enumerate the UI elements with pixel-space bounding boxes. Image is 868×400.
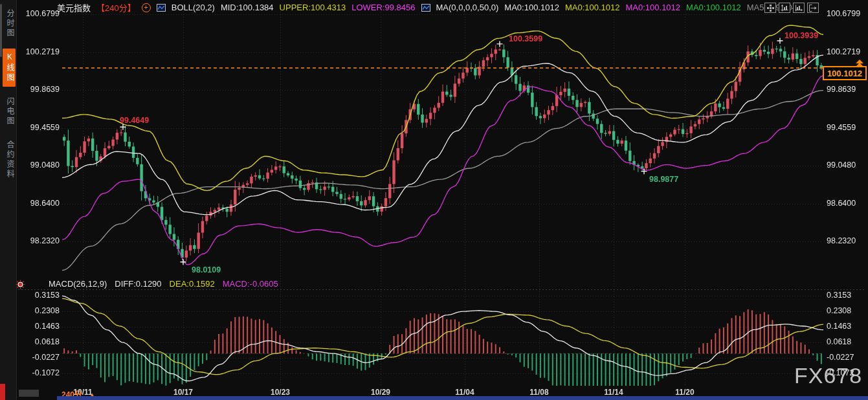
- macd-value-3: DEA:0.1592: [170, 279, 215, 289]
- macd-tick-label: 0.3153: [827, 291, 868, 300]
- price-tick-label: 99.4559: [827, 123, 868, 132]
- sidebar-tab-2[interactable]: K线图: [3, 49, 16, 87]
- instrument-title: 美元指数: [57, 1, 91, 14]
- indicator-chart-icon[interactable]: [157, 4, 166, 12]
- macd-value-2: DIFF:0.1290: [115, 279, 161, 289]
- macd-tick-label: -0.1072: [17, 368, 60, 377]
- chart-application: 分时图K线图闪电图合约资料 美元指数 【240分】 + BOLL(20,2)MI…: [0, 0, 868, 400]
- indicator-value-9: MA0:100.1012: [686, 3, 741, 12]
- price-tick-label: 99.4559: [17, 123, 60, 132]
- price-tick-label: 100.2719: [827, 47, 868, 56]
- macd-tick-label: 0.1463: [827, 322, 868, 331]
- indicator-value-2: MID:100.1384: [221, 3, 274, 12]
- period-label[interactable]: 【240分】: [96, 1, 136, 14]
- indicator-value-1: BOLL(20,2): [172, 3, 215, 12]
- price-tick-label: 98.6400: [827, 199, 868, 208]
- date-label: 11/04: [445, 388, 484, 397]
- y-axis-scale-icon[interactable]: [779, 3, 790, 13]
- indicator-values: BOLL(20,2)MID:100.1384UPPER:100.4313LOWE…: [157, 3, 802, 12]
- chart-header: 美元指数 【240分】 + BOLL(20,2)MID:100.1384UPPE…: [57, 2, 801, 13]
- indicator-marker-icon[interactable]: [16, 280, 25, 292]
- timeline-range-bar[interactable]: [57, 396, 868, 400]
- sidebar-tab-3[interactable]: 闪电图: [3, 93, 16, 130]
- price-tick-label: 99.0480: [17, 161, 60, 170]
- macd-tick-label: -0.0227: [827, 353, 868, 362]
- macd-header: MACD(26,12,9)DIFF:0.1290DEA:0.1592MACD:-…: [49, 279, 278, 289]
- price-tick-label: 99.8639: [17, 85, 60, 94]
- price-tick-label: 99.0480: [827, 161, 868, 170]
- date-label: 11/08: [520, 388, 559, 397]
- indicator-chart-icon[interactable]: [421, 4, 430, 12]
- date-label: 10/17: [164, 388, 203, 397]
- macd-tick-label: -0.0227: [17, 353, 60, 362]
- sidebar-tab-4[interactable]: 合约资料: [3, 137, 16, 183]
- price-annotation: 98.0109: [192, 265, 221, 274]
- macd-tick-label: 0.2308: [827, 306, 868, 315]
- sidebar-tabs: 分时图K线图闪电图合约资料: [2, 5, 16, 190]
- sidebar-tab-1[interactable]: 分时图: [3, 5, 16, 42]
- x-axis-scale-icon[interactable]: [793, 3, 805, 13]
- indicator-value-8: MA0:100.1012: [625, 3, 680, 12]
- price-tick-label: 98.2320: [17, 236, 60, 245]
- date-label: 11/20: [665, 388, 704, 397]
- timeline-handle[interactable]: [19, 390, 39, 397]
- indicator-value-3: UPPER:100.4313: [280, 3, 346, 12]
- watermark: FX678: [794, 363, 862, 388]
- macd-tick-label: 0.0618: [827, 337, 868, 346]
- price-annotation: 100.3599: [509, 34, 542, 43]
- price-annotation: 99.4649: [120, 116, 149, 125]
- chart-canvas[interactable]: [0, 0, 868, 400]
- add-indicator-icon[interactable]: +: [142, 3, 151, 12]
- macd-tick-label: 0.1463: [17, 322, 60, 331]
- last-price-tag: 100.1012: [823, 66, 867, 80]
- price-tick-label: 98.6400: [17, 199, 60, 208]
- macd-tick-label: 0.2308: [17, 306, 60, 315]
- price-annotation: 100.3939: [785, 31, 818, 40]
- last-price-value: 100.1012: [827, 69, 862, 78]
- price-annotation: 98.9877: [649, 175, 678, 184]
- macd-tick-label: 0.0618: [17, 337, 60, 346]
- indicator-value-5: MA(0,0,0,0,50,0): [436, 3, 499, 12]
- chart-toolbar: [764, 3, 819, 13]
- price-marker-arrow-icon: [856, 63, 863, 67]
- price-tick-label: 99.8639: [827, 85, 868, 94]
- indicator-value-6: MA0:100.1012: [504, 3, 559, 12]
- indicator-value-4: LOWER:99.8456: [351, 3, 415, 12]
- date-label: 10/23: [261, 388, 300, 397]
- layout-grid-icon[interactable]: [764, 3, 776, 13]
- price-tick-label: 98.2320: [827, 236, 868, 245]
- scroll-indicator-bar[interactable]: [0, 384, 5, 400]
- sidebar: 分时图K线图闪电图合约资料: [0, 0, 17, 400]
- price-tick-label: 100.2719: [17, 47, 60, 56]
- macd-tick-label: 0.3153: [17, 291, 60, 300]
- macd-value-1: MACD(26,12,9): [49, 279, 107, 289]
- macd-value-4: MACD:-0.0605: [223, 279, 278, 289]
- date-label: 10/29: [361, 388, 400, 397]
- price-tick-label: 100.6799: [827, 9, 868, 18]
- price-tick-label: 100.6799: [17, 9, 60, 18]
- export-icon[interactable]: [807, 3, 819, 13]
- indicator-value-7: MA0:100.1012: [565, 3, 620, 12]
- date-label: 11/14: [594, 388, 633, 397]
